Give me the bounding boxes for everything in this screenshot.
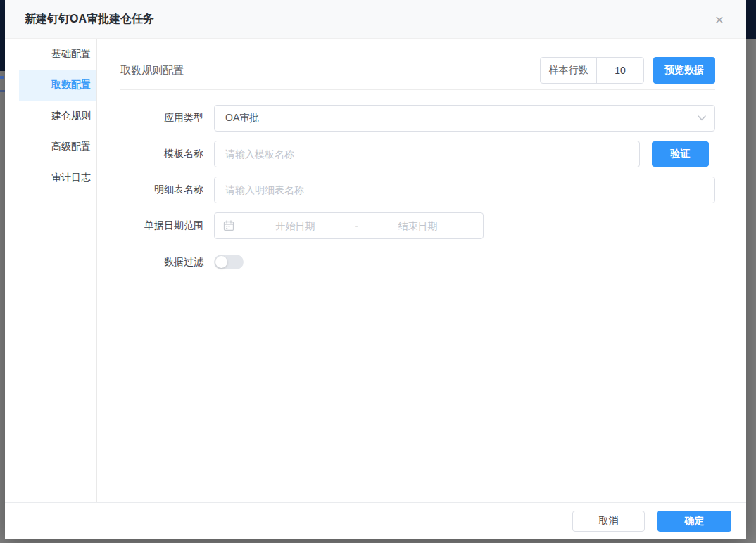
sidebar-item-audit-log[interactable]: 审计日志	[19, 162, 96, 193]
section-divider	[120, 89, 715, 90]
detail-table-label: 明细表名称	[120, 184, 203, 196]
sample-rows-label: 样本行数	[541, 58, 597, 83]
chevron-down-icon	[698, 115, 706, 121]
sidebar-item-basic-config[interactable]: 基础配置	[19, 39, 96, 70]
date-range-separator: -	[352, 220, 361, 231]
form-row-date-range: 单据日期范围 -	[120, 212, 715, 239]
app-type-select[interactable]: OA审批	[214, 105, 715, 132]
section-title: 取数规则配置	[120, 64, 540, 77]
sidebar-item-advanced-config[interactable]: 高级配置	[19, 132, 96, 162]
create-task-modal: 新建钉钉OA审批建仓任务 × 基础配置 取数配置 建仓规则 高级配置 审计日志 …	[5, 0, 746, 539]
app-type-selected-value: OA审批	[225, 112, 259, 124]
data-fetch-config-panel: 取数规则配置 样本行数 预览数据 应用类型 OA审批	[97, 39, 746, 502]
section-header: 取数规则配置 样本行数 预览数据	[120, 57, 715, 84]
sample-rows-input[interactable]	[597, 58, 643, 83]
data-filter-toggle[interactable]	[214, 255, 244, 269]
background-page-content-fragment	[0, 90, 5, 92]
data-fetch-form: 应用类型 OA审批 模板名称 验证 明细表名称	[120, 105, 715, 276]
modal-body: 基础配置 取数配置 建仓规则 高级配置 审计日志 取数规则配置 样本行数 预览数…	[5, 39, 746, 502]
confirm-button[interactable]: 确定	[657, 511, 731, 532]
form-row-template-name: 模板名称 验证	[120, 141, 715, 167]
preview-data-button[interactable]: 预览数据	[653, 57, 715, 84]
end-date-input[interactable]	[361, 220, 474, 231]
form-row-app-type: 应用类型 OA审批	[120, 105, 715, 132]
background-page-content-fragment	[0, 76, 4, 79]
template-name-label: 模板名称	[120, 148, 203, 160]
sidebar-item-data-fetch-config[interactable]: 取数配置	[19, 70, 96, 101]
sample-rows-group: 样本行数	[540, 57, 644, 84]
validate-button[interactable]: 验证	[652, 141, 709, 167]
app-type-label: 应用类型	[120, 112, 203, 124]
date-range-label: 单据日期范围	[120, 219, 203, 232]
background-page-sidebar	[0, 0, 5, 71]
data-filter-label: 数据过滤	[120, 256, 203, 269]
calendar-icon	[223, 220, 234, 231]
date-range-picker[interactable]: -	[214, 212, 484, 239]
form-row-data-filter: 数据过滤	[120, 248, 715, 276]
toggle-knob	[215, 256, 227, 268]
settings-nav-sidebar: 基础配置 取数配置 建仓规则 高级配置 审计日志	[5, 39, 97, 502]
close-icon[interactable]: ×	[710, 9, 729, 29]
start-date-input[interactable]	[239, 220, 352, 231]
cancel-button[interactable]: 取消	[572, 511, 645, 532]
modal-footer: 取消 确定	[5, 502, 746, 539]
modal-header: 新建钉钉OA审批建仓任务 ×	[5, 0, 746, 39]
sidebar-item-warehouse-rules[interactable]: 建仓规则	[19, 101, 96, 132]
modal-title: 新建钉钉OA审批建仓任务	[25, 12, 710, 27]
template-name-input[interactable]	[214, 141, 640, 167]
form-row-detail-table: 明细表名称	[120, 177, 715, 203]
detail-table-input[interactable]	[214, 177, 715, 203]
